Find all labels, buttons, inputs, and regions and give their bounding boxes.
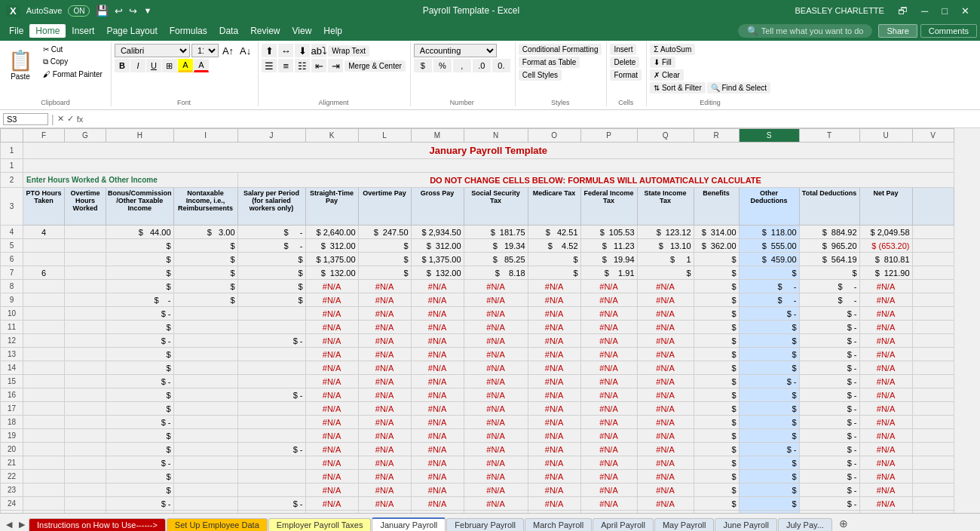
cell-4-H[interactable]: $ 44.00 (106, 226, 174, 239)
cell-8-V[interactable] (912, 280, 954, 293)
menu-data[interactable]: Data (213, 24, 244, 38)
wrap-text-button[interactable]: Wrap Text (328, 45, 369, 57)
format-button[interactable]: Format (610, 69, 642, 81)
find-select-button[interactable]: 🔍 Find & Select (707, 82, 770, 94)
minimize-icon[interactable]: ─ (917, 4, 933, 18)
cell-7-M[interactable]: $ 132.00 (411, 266, 464, 280)
col-header-O[interactable]: O (528, 129, 580, 143)
font-grow-button[interactable]: A↑ (220, 45, 236, 57)
col-header-V[interactable]: V (912, 129, 954, 143)
cell-5-J[interactable]: $ - (237, 239, 305, 253)
cell-6-L[interactable]: $ (358, 253, 411, 266)
cut-button[interactable]: ✂ Cut (39, 44, 106, 55)
cell-7-V[interactable] (912, 266, 954, 280)
cell-9-S[interactable]: $ - (739, 293, 799, 307)
col-header-R[interactable]: R (694, 129, 739, 143)
tab-nav-left[interactable]: ◀ (3, 518, 15, 531)
cell-9-F[interactable] (23, 293, 65, 307)
border-button[interactable]: ⊞ (162, 59, 177, 72)
cell-5-M[interactable]: $ 312.00 (411, 239, 464, 253)
cell-7-U[interactable]: $ 121.90 (859, 266, 912, 280)
cell-6-P[interactable]: $ 19.94 (580, 253, 637, 266)
row-num-4[interactable]: 4 (1, 226, 23, 239)
col-header-G[interactable]: G (65, 129, 106, 143)
cell-7-K[interactable]: $ 132.00 (305, 266, 358, 280)
cell-7-L[interactable]: $ (358, 266, 411, 280)
cell-8-U[interactable]: #N/A (859, 280, 912, 293)
cell-5-K[interactable]: $ 312.00 (305, 239, 358, 253)
search-bar[interactable]: 🔍 Tell me what you want to do (738, 24, 873, 38)
cell-6-T[interactable]: $ 564.19 (799, 253, 859, 266)
cell-8-I[interactable]: $ (173, 280, 237, 293)
menu-file[interactable]: File (3, 24, 29, 38)
formula-input[interactable] (86, 115, 977, 124)
restore-icon[interactable]: 🗗 (893, 4, 912, 18)
add-sheet-button[interactable]: ⊕ (833, 516, 854, 531)
tab-march[interactable]: March Payroll (525, 518, 592, 531)
cell-5-Q[interactable]: $ 13.10 (637, 239, 694, 253)
cell-5-R[interactable]: $ 362.00 (694, 239, 739, 253)
col-header-K[interactable]: K (305, 129, 358, 143)
cell-9-M[interactable]: #N/A (411, 293, 464, 307)
cell-5-I[interactable]: $ (173, 239, 237, 253)
tab-may[interactable]: May Payroll (654, 518, 714, 531)
cell-5-T[interactable]: $ 965.20 (799, 239, 859, 253)
cell-8-P[interactable]: #N/A (580, 280, 637, 293)
cell-8-M[interactable]: #N/A (411, 280, 464, 293)
menu-help[interactable]: Help (317, 24, 348, 38)
cell-6-I[interactable]: $ (173, 253, 237, 266)
row-num-10[interactable]: 10 (1, 307, 23, 321)
cell-6-H[interactable]: $ (106, 253, 174, 266)
cell-4-U[interactable]: $ 2,049.58 (859, 226, 912, 239)
row-num-7[interactable]: 7 (1, 266, 23, 280)
menu-insert[interactable]: Insert (66, 24, 100, 38)
close-icon[interactable]: ✕ (957, 4, 974, 18)
cell-5-N[interactable]: $ 19.34 (464, 239, 528, 253)
cell-7-F[interactable]: 6 (23, 266, 65, 280)
cell-8-N[interactable]: #N/A (464, 280, 528, 293)
confirm-formula-icon[interactable]: ✓ (67, 114, 74, 124)
cell-9-G[interactable] (65, 293, 106, 307)
cell-6-U[interactable]: $ 810.81 (859, 253, 912, 266)
tab-nav-right[interactable]: ▶ (16, 518, 28, 531)
underline-button[interactable]: U (146, 59, 161, 72)
cancel-formula-icon[interactable]: ✕ (57, 114, 64, 124)
col-header-U[interactable]: U (859, 129, 912, 143)
tab-setup[interactable]: Set Up Employee Data (167, 518, 268, 531)
cell-6-V[interactable] (912, 253, 954, 266)
cell-8-Q[interactable]: #N/A (637, 280, 694, 293)
row-num-9[interactable]: 9 (1, 293, 23, 307)
fill-button[interactable]: ⬇ Fill (650, 57, 675, 68)
row-num-2[interactable]: 2 (1, 173, 23, 188)
cell-5-F[interactable] (23, 239, 65, 253)
cell-5-O[interactable]: $ 4.52 (528, 239, 580, 253)
grid-scroll-area[interactable]: F G H I J K L M N O P Q R S T U V 1Janua… (0, 128, 980, 513)
cell-4-L[interactable]: $ 247.50 (358, 226, 411, 239)
row-num-8[interactable]: 8 (1, 280, 23, 293)
row-num-5[interactable]: 5 (1, 239, 23, 253)
customize-icon[interactable]: ▼ (143, 6, 152, 15)
name-box[interactable]: S3 (3, 113, 48, 125)
menu-home[interactable]: Home (29, 24, 66, 38)
cell-7-R[interactable]: $ (694, 266, 739, 280)
merge-center-button[interactable]: Merge & Center (345, 60, 406, 72)
menu-formulas[interactable]: Formulas (164, 24, 213, 38)
align-top-button[interactable]: ⬆ (262, 44, 277, 57)
cell-A1[interactable] (23, 159, 954, 173)
clear-button[interactable]: ✗ Clear (650, 69, 684, 81)
conditional-formatting-button[interactable]: Conditional Formatting (519, 44, 602, 55)
cell-5-U[interactable]: $ (653.20) (859, 239, 912, 253)
bold-button[interactable]: B (115, 59, 130, 72)
cell-9-R[interactable]: $ (694, 293, 739, 307)
cell-5-L[interactable]: $ (358, 239, 411, 253)
cell-9-Q[interactable]: #N/A (637, 293, 694, 307)
tab-employer-taxes[interactable]: Employer Payroll Taxes (268, 518, 372, 531)
cell-7-G[interactable] (65, 266, 106, 280)
orientation-button[interactable]: ab⤵ (311, 44, 326, 57)
tab-january[interactable]: January Payroll (372, 517, 446, 531)
align-right-button[interactable]: ☷ (295, 59, 310, 72)
col-header-P[interactable]: P (580, 129, 637, 143)
autosum-button[interactable]: Σ AutoSum (650, 44, 695, 55)
col-header-I[interactable]: I (173, 129, 237, 143)
italic-button[interactable]: I (130, 59, 145, 72)
